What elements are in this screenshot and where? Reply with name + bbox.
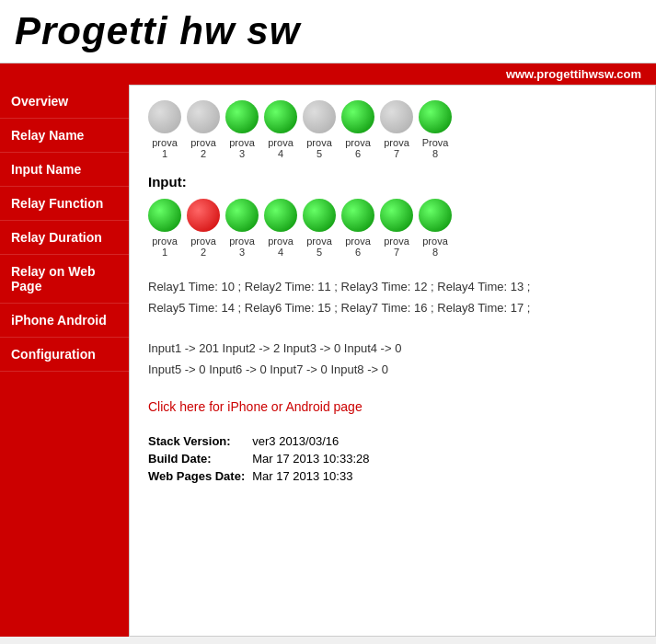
input-dot-7 bbox=[380, 199, 413, 232]
relay-times-line2: Relay5 Time: 14 ; Relay6 Time: 15 ; Rela… bbox=[148, 297, 637, 318]
website-url: www.progettihwsw.com bbox=[0, 63, 656, 85]
relay-dot-3 bbox=[225, 100, 259, 133]
input-label-7: prova 7 bbox=[380, 236, 413, 258]
input-dot-4 bbox=[264, 199, 297, 232]
relay-label-1: prova 1 bbox=[148, 137, 181, 159]
relay-labels-row: prova 1prova 2prova 3prova 4prova 5prova… bbox=[148, 137, 637, 159]
sidebar-item-iphone-android[interactable]: iPhone Android bbox=[0, 304, 129, 338]
input-dot-5 bbox=[303, 199, 336, 232]
input-dot-3 bbox=[225, 199, 259, 232]
sidebar-item-relay-on-web-page[interactable]: Relay on Web Page bbox=[0, 255, 129, 304]
web-label: Web Pages Date: bbox=[148, 467, 252, 485]
sidebar: Overview Relay Name Input Name Relay Fun… bbox=[0, 85, 129, 637]
relay-dot-4 bbox=[264, 100, 297, 133]
input-labels-row: prova 1prova 2prova 3prova 4prova 5prova… bbox=[148, 236, 637, 258]
sidebar-item-configuration[interactable]: Configuration bbox=[0, 338, 129, 372]
relay-label-7: prova 7 bbox=[380, 137, 413, 159]
input-dot-8 bbox=[419, 199, 452, 232]
input-values-block: Input1 -> 201 Input2 -> 2 Input3 -> 0 In… bbox=[148, 338, 637, 381]
input-label-8: prova 8 bbox=[419, 236, 452, 258]
relay-times-block: Relay1 Time: 10 ; Relay2 Time: 11 ; Rela… bbox=[148, 276, 637, 319]
input-section-title: Input: bbox=[148, 174, 637, 190]
relay-label-8: Prova 8 bbox=[419, 137, 452, 159]
input-dot-1 bbox=[148, 199, 181, 232]
input-label-3: prova 3 bbox=[225, 236, 259, 258]
build-info-block: Stack Version: ver3 2013/03/16 Build Dat… bbox=[148, 432, 637, 485]
stack-label: Stack Version: bbox=[148, 432, 252, 450]
relay-dot-1 bbox=[148, 100, 181, 133]
web-value: Mar 17 2013 10:33 bbox=[252, 467, 376, 485]
relay-dot-8 bbox=[419, 100, 452, 133]
input-values-line2: Input5 -> 0 Input6 -> 0 Input7 -> 0 Inpu… bbox=[148, 359, 637, 380]
input-dot-6 bbox=[341, 199, 374, 232]
relay-dot-5 bbox=[303, 100, 336, 133]
relay-label-4: prova 4 bbox=[264, 137, 297, 159]
main-content: prova 1prova 2prova 3prova 4prova 5prova… bbox=[129, 85, 656, 637]
relay-dot-2 bbox=[187, 100, 220, 133]
sidebar-item-input-name[interactable]: Input Name bbox=[0, 153, 129, 187]
input-dots-row bbox=[148, 199, 637, 232]
relay-label-6: prova 6 bbox=[341, 137, 374, 159]
input-dot-2 bbox=[187, 199, 220, 232]
input-label-2: prova 2 bbox=[187, 236, 220, 258]
input-label-6: prova 6 bbox=[341, 236, 374, 258]
relay-label-3: prova 3 bbox=[225, 137, 259, 159]
relay-dot-6 bbox=[341, 100, 374, 133]
relay-label-5: prova 5 bbox=[303, 137, 336, 159]
sidebar-item-relay-function[interactable]: Relay Function bbox=[0, 187, 129, 221]
input-label-1: prova 1 bbox=[148, 236, 181, 258]
relay-label-2: prova 2 bbox=[187, 137, 220, 159]
app-logo: Progetti hw sw bbox=[0, 0, 656, 63]
relay-times-line1: Relay1 Time: 10 ; Relay2 Time: 11 ; Rela… bbox=[148, 276, 637, 297]
build-value: Mar 17 2013 10:33:28 bbox=[252, 450, 376, 467]
sidebar-item-relay-duration[interactable]: Relay Duration bbox=[0, 221, 129, 255]
sidebar-item-overview[interactable]: Overview bbox=[0, 85, 129, 119]
input-label-4: prova 4 bbox=[264, 236, 297, 258]
stack-value: ver3 2013/03/16 bbox=[252, 432, 376, 450]
relay-dots-row bbox=[148, 100, 637, 133]
build-label: Build Date: bbox=[148, 450, 252, 467]
iphone-android-link[interactable]: Click here for iPhone or Android page bbox=[148, 399, 637, 414]
input-values-line1: Input1 -> 201 Input2 -> 2 Input3 -> 0 In… bbox=[148, 338, 637, 359]
input-label-5: prova 5 bbox=[303, 236, 336, 258]
relay-dot-7 bbox=[380, 100, 413, 133]
sidebar-item-relay-name[interactable]: Relay Name bbox=[0, 119, 129, 153]
